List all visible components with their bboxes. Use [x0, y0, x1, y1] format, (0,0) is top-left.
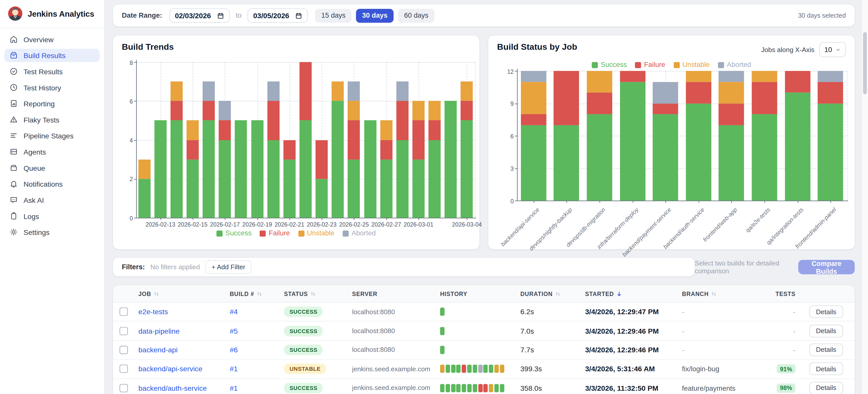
- cell-started: 3/4/2026, 5:31:46 AM: [579, 365, 676, 373]
- bar-2026-02-13[interactable]: [154, 120, 166, 218]
- sidebar-item-settings[interactable]: Settings: [4, 226, 100, 239]
- sidebar-item-overview[interactable]: Overview: [4, 33, 100, 46]
- bar-qa/integration-tests[interactable]: [785, 71, 810, 200]
- sidebar-item-build-results[interactable]: Build Results: [4, 49, 100, 62]
- sort-icon[interactable]: [555, 291, 561, 297]
- legend-item-unstable[interactable]: Unstable: [298, 229, 334, 237]
- legend-item-failure[interactable]: Failure: [260, 229, 290, 237]
- bar-2026-03-04[interactable]: [461, 82, 473, 218]
- bar-2026-02-18[interactable]: [235, 120, 247, 218]
- col-header-status[interactable]: STATUS: [277, 290, 345, 297]
- sidebar-item-test-results[interactable]: Test Results: [4, 65, 100, 78]
- sidebar-item-agents[interactable]: Agents: [4, 145, 100, 159]
- page-scrollbar[interactable]: [862, 0, 868, 394]
- bar-frontend/admin-panel[interactable]: [818, 71, 843, 200]
- cell-select: [113, 346, 132, 354]
- bar-backend/api-service[interactable]: [521, 71, 546, 200]
- sidebar-item-reporting[interactable]: Reporting: [4, 97, 100, 110]
- sidebar-item-ask-ai[interactable]: Ask AI: [4, 194, 100, 207]
- compare-builds-button[interactable]: Compare Builds: [798, 260, 855, 274]
- date-to-input[interactable]: 03/05/2026: [248, 8, 308, 23]
- sidebar-item-pipeline-stages[interactable]: Pipeline Stages: [4, 129, 100, 142]
- bar-2026-02-26[interactable]: [364, 120, 376, 218]
- bar-qa/e2e-tests[interactable]: [752, 71, 777, 200]
- bar-infra/terraform-deploy[interactable]: [620, 71, 645, 200]
- build-number-link[interactable]: #1: [229, 365, 238, 373]
- row-checkbox[interactable]: [120, 365, 128, 373]
- bar-2026-02-25[interactable]: [348, 82, 360, 218]
- bar-frontend/web-app[interactable]: [719, 71, 744, 200]
- bar-2026-02-21[interactable]: [283, 140, 296, 218]
- row-checkbox[interactable]: [120, 327, 128, 335]
- job-link[interactable]: e2e-tests: [138, 308, 168, 316]
- bar-devops/db-migration[interactable]: [587, 71, 612, 200]
- build-number-link[interactable]: #1: [229, 384, 238, 392]
- x-axis-tick: [322, 218, 322, 220]
- date-from-input[interactable]: 02/03/2026: [169, 8, 229, 23]
- sort-icon[interactable]: [256, 291, 262, 297]
- job-link[interactable]: data-pipeline: [138, 327, 179, 335]
- sidebar-item-logs[interactable]: Logs: [4, 209, 100, 223]
- bar-segment-failure: [396, 101, 408, 140]
- bar-2026-02-12[interactable]: [138, 159, 150, 218]
- col-header-build-[interactable]: BUILD #: [223, 290, 277, 297]
- bar-2026-03-02[interactable]: [429, 101, 440, 218]
- col-header-duration[interactable]: DURATION: [514, 290, 579, 297]
- sort-icon[interactable]: [711, 291, 717, 297]
- bar-2026-02-17[interactable]: [219, 101, 231, 218]
- row-checkbox[interactable]: [120, 384, 128, 392]
- col-header-branch[interactable]: BRANCH: [676, 290, 774, 297]
- legend-item-aborted[interactable]: Aborted: [343, 229, 376, 237]
- details-button[interactable]: Details: [809, 343, 843, 356]
- bar-2026-02-14[interactable]: [170, 82, 182, 218]
- bar-2026-02-22[interactable]: [300, 62, 312, 218]
- row-checkbox[interactable]: [120, 346, 128, 354]
- details-button[interactable]: Details: [809, 325, 843, 337]
- bar-backend/auth-service[interactable]: [686, 71, 711, 200]
- build-number-link[interactable]: #5: [229, 327, 238, 335]
- row-checkbox[interactable]: [120, 308, 128, 316]
- history-square-unstable: [489, 384, 494, 392]
- sort-desc-icon[interactable]: [616, 291, 622, 297]
- bar-segment-aborted: [348, 82, 360, 101]
- sort-icon[interactable]: [310, 291, 316, 297]
- build-number-link[interactable]: #6: [229, 346, 238, 354]
- sidebar-item-queue[interactable]: Queue: [4, 161, 100, 174]
- details-button[interactable]: Details: [809, 305, 843, 318]
- job-link[interactable]: backend/api-service: [138, 365, 203, 373]
- bar-backend/payment-service[interactable]: [653, 82, 678, 201]
- add-filter-button[interactable]: + Add Filter: [206, 260, 251, 274]
- bar-devops/nightly-backup[interactable]: [554, 71, 579, 200]
- bar-segment-success: [444, 101, 457, 218]
- col-header-job[interactable]: JOB: [132, 290, 223, 297]
- build-number-link[interactable]: #4: [229, 308, 238, 316]
- legend-item-success[interactable]: Success: [217, 229, 252, 237]
- job-link[interactable]: backend/auth-service: [138, 384, 207, 392]
- sidebar-item-flaky-tests[interactable]: Flaky Tests: [4, 113, 100, 126]
- bar-2026-03-01[interactable]: [412, 101, 425, 218]
- sidebar-item-test-history[interactable]: Test History: [4, 81, 100, 94]
- bar-2026-02-15[interactable]: [186, 120, 198, 218]
- bar-2026-02-27[interactable]: [380, 120, 392, 218]
- sort-icon[interactable]: [153, 291, 159, 297]
- bar-2026-02-23[interactable]: [316, 140, 328, 218]
- bar-2026-02-16[interactable]: [203, 82, 215, 218]
- x-axis-tick: [765, 200, 765, 203]
- scrollbar-thumb[interactable]: [863, 32, 867, 94]
- x-axis-tick-label: 2026-02-15: [178, 221, 208, 228]
- x-axis-tick: [160, 218, 161, 220]
- job-link[interactable]: backend-api: [138, 346, 177, 354]
- bar-2026-02-28[interactable]: [396, 82, 408, 218]
- preset-30-days[interactable]: 30 days: [356, 8, 394, 23]
- preset-60-days[interactable]: 60 days: [398, 8, 434, 23]
- sidebar-item-notifications[interactable]: Notifications: [4, 177, 100, 191]
- bar-2026-02-19[interactable]: [251, 120, 263, 218]
- bar-2026-03-03[interactable]: [444, 101, 457, 218]
- x-axis-tick: [467, 218, 467, 220]
- details-button[interactable]: Details: [809, 382, 843, 394]
- bar-2026-02-20[interactable]: [267, 82, 279, 218]
- preset-15-days[interactable]: 15 days: [315, 8, 351, 23]
- col-header-started[interactable]: STARTED: [579, 290, 676, 297]
- bar-2026-02-24[interactable]: [332, 82, 344, 218]
- details-button[interactable]: Details: [809, 363, 843, 375]
